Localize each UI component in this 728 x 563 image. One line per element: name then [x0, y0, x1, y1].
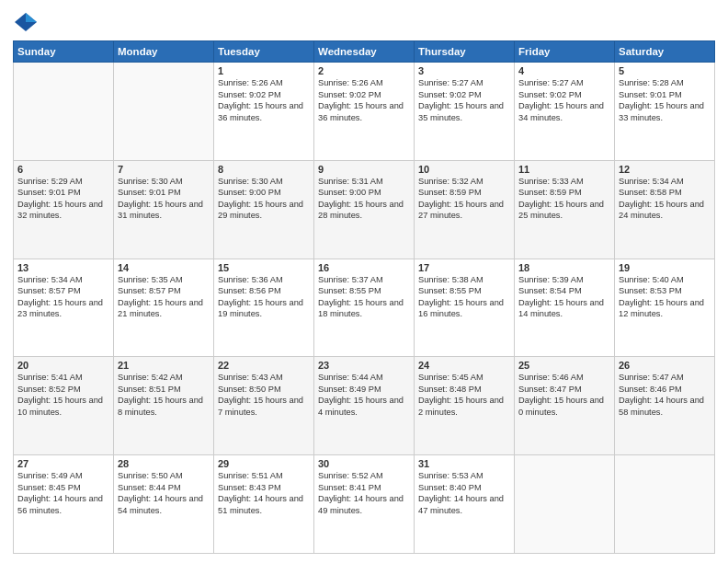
weekday-header-row: SundayMondayTuesdayWednesdayThursdayFrid…: [14, 41, 715, 63]
calendar-cell: 7Sunrise: 5:30 AMSunset: 9:01 PMDaylight…: [114, 160, 214, 259]
cell-info: Sunrise: 5:47 AMSunset: 8:46 PMDaylight:…: [619, 372, 711, 418]
logo-icon: [13, 9, 39, 35]
day-number: 10: [418, 164, 510, 175]
day-number: 13: [17, 262, 109, 273]
calendar-cell: [515, 455, 615, 554]
calendar-cell: 26Sunrise: 5:47 AMSunset: 8:46 PMDayligh…: [615, 357, 715, 455]
calendar-cell: 25Sunrise: 5:46 AMSunset: 8:47 PMDayligh…: [515, 357, 615, 455]
cell-info: Sunrise: 5:44 AMSunset: 8:49 PMDaylight:…: [318, 372, 410, 418]
calendar-cell: 17Sunrise: 5:38 AMSunset: 8:55 PMDayligh…: [415, 259, 515, 357]
cell-info: Sunrise: 5:26 AMSunset: 9:02 PMDaylight:…: [218, 77, 310, 123]
cell-info: Sunrise: 5:45 AMSunset: 8:48 PMDaylight:…: [418, 372, 510, 418]
cell-info: Sunrise: 5:27 AMSunset: 9:02 PMDaylight:…: [418, 77, 510, 123]
cell-info: Sunrise: 5:30 AMSunset: 9:01 PMDaylight:…: [118, 176, 210, 222]
day-number: 18: [518, 262, 610, 273]
calendar-week-1: 1Sunrise: 5:26 AMSunset: 9:02 PMDaylight…: [14, 63, 715, 161]
day-number: 24: [418, 360, 510, 371]
svg-marker-1: [26, 13, 37, 22]
cell-info: Sunrise: 5:46 AMSunset: 8:47 PMDaylight:…: [518, 372, 610, 418]
calendar-week-5: 27Sunrise: 5:49 AMSunset: 8:45 PMDayligh…: [14, 455, 715, 554]
calendar-cell: [615, 455, 715, 554]
cell-info: Sunrise: 5:28 AMSunset: 9:01 PMDaylight:…: [619, 77, 711, 123]
day-number: 2: [318, 65, 410, 76]
cell-info: Sunrise: 5:33 AMSunset: 8:59 PMDaylight:…: [518, 176, 610, 222]
calendar-cell: 24Sunrise: 5:45 AMSunset: 8:48 PMDayligh…: [415, 357, 515, 455]
calendar-cell: 16Sunrise: 5:37 AMSunset: 8:55 PMDayligh…: [314, 259, 415, 357]
cell-info: Sunrise: 5:51 AMSunset: 8:43 PMDaylight:…: [218, 470, 310, 516]
cell-info: Sunrise: 5:31 AMSunset: 9:00 PMDaylight:…: [318, 176, 410, 222]
calendar-cell: 21Sunrise: 5:42 AMSunset: 8:51 PMDayligh…: [114, 357, 214, 455]
calendar-week-4: 20Sunrise: 5:41 AMSunset: 8:52 PMDayligh…: [14, 357, 715, 455]
calendar-cell: 23Sunrise: 5:44 AMSunset: 8:49 PMDayligh…: [314, 357, 415, 455]
calendar-cell: 11Sunrise: 5:33 AMSunset: 8:59 PMDayligh…: [515, 160, 615, 259]
day-number: 7: [118, 164, 210, 175]
calendar-cell: [14, 63, 114, 161]
logo: [13, 9, 42, 35]
calendar-cell: 14Sunrise: 5:35 AMSunset: 8:57 PMDayligh…: [114, 259, 214, 357]
day-number: 14: [118, 262, 210, 273]
cell-info: Sunrise: 5:30 AMSunset: 9:00 PMDaylight:…: [218, 176, 310, 222]
calendar-cell: 8Sunrise: 5:30 AMSunset: 9:00 PMDaylight…: [214, 160, 314, 259]
cell-info: Sunrise: 5:41 AMSunset: 8:52 PMDaylight:…: [17, 372, 109, 418]
calendar-cell: 12Sunrise: 5:34 AMSunset: 8:58 PMDayligh…: [615, 160, 715, 259]
cell-info: Sunrise: 5:50 AMSunset: 8:44 PMDaylight:…: [118, 470, 210, 516]
cell-info: Sunrise: 5:29 AMSunset: 9:01 PMDaylight:…: [17, 176, 109, 222]
day-number: 28: [118, 458, 210, 469]
cell-info: Sunrise: 5:36 AMSunset: 8:56 PMDaylight:…: [218, 274, 310, 320]
cell-info: Sunrise: 5:43 AMSunset: 8:50 PMDaylight:…: [218, 372, 310, 418]
calendar-cell: 15Sunrise: 5:36 AMSunset: 8:56 PMDayligh…: [214, 259, 314, 357]
calendar-week-2: 6Sunrise: 5:29 AMSunset: 9:01 PMDaylight…: [14, 160, 715, 259]
weekday-header-tuesday: Tuesday: [214, 41, 314, 63]
header: [13, 9, 715, 35]
day-number: 29: [218, 458, 310, 469]
day-number: 11: [518, 164, 610, 175]
weekday-header-thursday: Thursday: [415, 41, 515, 63]
calendar-cell: 20Sunrise: 5:41 AMSunset: 8:52 PMDayligh…: [14, 357, 114, 455]
calendar-cell: 5Sunrise: 5:28 AMSunset: 9:01 PMDaylight…: [615, 63, 715, 161]
day-number: 12: [619, 164, 711, 175]
calendar-cell: 22Sunrise: 5:43 AMSunset: 8:50 PMDayligh…: [214, 357, 314, 455]
calendar-cell: 2Sunrise: 5:26 AMSunset: 9:02 PMDaylight…: [314, 63, 415, 161]
calendar-cell: 3Sunrise: 5:27 AMSunset: 9:02 PMDaylight…: [415, 63, 515, 161]
day-number: 4: [518, 65, 610, 76]
day-number: 1: [218, 65, 310, 76]
calendar-cell: 9Sunrise: 5:31 AMSunset: 9:00 PMDaylight…: [314, 160, 415, 259]
calendar-cell: 1Sunrise: 5:26 AMSunset: 9:02 PMDaylight…: [214, 63, 314, 161]
cell-info: Sunrise: 5:52 AMSunset: 8:41 PMDaylight:…: [318, 470, 410, 516]
day-number: 20: [17, 360, 109, 371]
cell-info: Sunrise: 5:39 AMSunset: 8:54 PMDaylight:…: [518, 274, 610, 320]
cell-info: Sunrise: 5:53 AMSunset: 8:40 PMDaylight:…: [418, 470, 510, 516]
cell-info: Sunrise: 5:32 AMSunset: 8:59 PMDaylight:…: [418, 176, 510, 222]
weekday-header-sunday: Sunday: [14, 41, 114, 63]
day-number: 5: [619, 65, 711, 76]
cell-info: Sunrise: 5:27 AMSunset: 9:02 PMDaylight:…: [518, 77, 610, 123]
day-number: 21: [118, 360, 210, 371]
calendar-cell: 4Sunrise: 5:27 AMSunset: 9:02 PMDaylight…: [515, 63, 615, 161]
day-number: 16: [318, 262, 410, 273]
cell-info: Sunrise: 5:35 AMSunset: 8:57 PMDaylight:…: [118, 274, 210, 320]
weekday-header-wednesday: Wednesday: [314, 41, 415, 63]
calendar-week-3: 13Sunrise: 5:34 AMSunset: 8:57 PMDayligh…: [14, 259, 715, 357]
day-number: 19: [619, 262, 711, 273]
day-number: 27: [17, 458, 109, 469]
day-number: 3: [418, 65, 510, 76]
cell-info: Sunrise: 5:26 AMSunset: 9:02 PMDaylight:…: [318, 77, 410, 123]
calendar-cell: 30Sunrise: 5:52 AMSunset: 8:41 PMDayligh…: [314, 455, 415, 554]
cell-info: Sunrise: 5:38 AMSunset: 8:55 PMDaylight:…: [418, 274, 510, 320]
day-number: 22: [218, 360, 310, 371]
day-number: 6: [17, 164, 109, 175]
weekday-header-monday: Monday: [114, 41, 214, 63]
day-number: 8: [218, 164, 310, 175]
cell-info: Sunrise: 5:42 AMSunset: 8:51 PMDaylight:…: [118, 372, 210, 418]
day-number: 9: [318, 164, 410, 175]
page: SundayMondayTuesdayWednesdayThursdayFrid…: [0, 0, 728, 563]
day-number: 26: [619, 360, 711, 371]
calendar-cell: 10Sunrise: 5:32 AMSunset: 8:59 PMDayligh…: [415, 160, 515, 259]
calendar-cell: 28Sunrise: 5:50 AMSunset: 8:44 PMDayligh…: [114, 455, 214, 554]
calendar-cell: 13Sunrise: 5:34 AMSunset: 8:57 PMDayligh…: [14, 259, 114, 357]
weekday-header-saturday: Saturday: [615, 41, 715, 63]
day-number: 17: [418, 262, 510, 273]
calendar-cell: 27Sunrise: 5:49 AMSunset: 8:45 PMDayligh…: [14, 455, 114, 554]
cell-info: Sunrise: 5:49 AMSunset: 8:45 PMDaylight:…: [17, 470, 109, 516]
calendar-cell: 6Sunrise: 5:29 AMSunset: 9:01 PMDaylight…: [14, 160, 114, 259]
